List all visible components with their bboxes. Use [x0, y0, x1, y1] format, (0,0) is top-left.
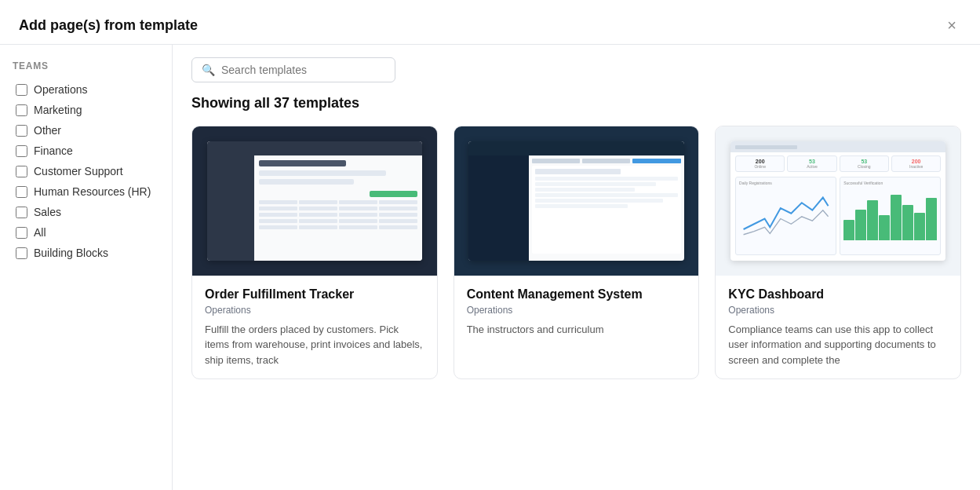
template-card-order-fulfillment[interactable]: Order Fulfillment Tracker Operations Ful… [191, 126, 438, 379]
sidebar-item-label-all: All [34, 226, 46, 239]
sidebar-item-other[interactable]: Other [13, 120, 159, 141]
search-bar-wrapper: 🔍 [191, 57, 961, 82]
sidebar-item-finance[interactable]: Finance [13, 141, 159, 161]
sidebar-item-label-operations: Operations [34, 83, 87, 96]
search-bar[interactable]: 🔍 [191, 57, 395, 82]
checkbox-finance[interactable] [16, 145, 27, 157]
sidebar-item-customer-support[interactable]: Customer Support [13, 161, 159, 181]
sidebar-item-sales[interactable]: Sales [13, 202, 159, 222]
sidebar-item-label-finance: Finance [34, 144, 73, 157]
template-desc-3: Compliance teams can use this app to col… [728, 322, 948, 368]
template-card-kyc[interactable]: 200 Online 53 Active 53 Closing [715, 126, 961, 379]
showing-label: Showing all 37 templates [191, 95, 961, 112]
template-category-1: Operations [205, 305, 424, 316]
sidebar-item-operations[interactable]: Operations [13, 79, 159, 100]
checkbox-operations[interactable] [16, 84, 27, 96]
template-desc-2: The instructors and curriculum [467, 322, 687, 338]
template-desc-1: Fulfill the orders placed by customers. … [205, 322, 424, 368]
preview-screen-1 [207, 141, 422, 261]
template-category-3: Operations [728, 305, 948, 316]
modal-body: Teams OperationsMarketingOtherFinanceCus… [0, 45, 980, 490]
modal-title: Add page(s) from template [19, 17, 198, 34]
main-content: 🔍 Showing all 37 templates [173, 45, 980, 490]
template-preview-cms [454, 126, 699, 276]
template-name-3: KYC Dashboard [728, 287, 948, 303]
template-preview-kyc: 200 Online 53 Active 53 Closing [716, 126, 960, 276]
sidebar-item-label-marketing: Marketing [34, 104, 82, 116]
sidebar-item-building-blocks[interactable]: Building Blocks [13, 243, 159, 263]
search-input[interactable] [221, 64, 385, 76]
template-name-1: Order Fulfillment Tracker [205, 287, 424, 303]
checkbox-sales[interactable] [16, 207, 27, 218]
sidebar-item-label-other: Other [34, 124, 61, 137]
sidebar-item-marketing[interactable]: Marketing [13, 100, 159, 120]
preview-screen-2 [468, 141, 683, 261]
sidebar: Teams OperationsMarketingOtherFinanceCus… [0, 45, 173, 490]
checkbox-all[interactable] [16, 227, 27, 239]
checkbox-building-blocks[interactable] [16, 247, 27, 259]
preview-screen-3: 200 Online 53 Active 53 Closing [730, 141, 945, 261]
sidebar-item-label-sales: Sales [34, 206, 61, 218]
sidebar-item-label-customer-support: Customer Support [34, 165, 123, 177]
sidebar-item-all[interactable]: All [13, 222, 159, 243]
sidebar-item-label-building-blocks: Building Blocks [34, 247, 108, 259]
sidebar-item-label-human-resources: Human Resources (HR) [34, 185, 151, 198]
template-card-cms[interactable]: Content Management System Operations The… [454, 126, 700, 379]
template-info-2: Content Management System Operations The… [454, 276, 699, 348]
template-preview-order-fulfillment [192, 126, 437, 276]
template-info-1: Order Fulfillment Tracker Operations Ful… [192, 276, 437, 378]
modal: Add page(s) from template × Teams Operat… [0, 0, 980, 490]
checkbox-human-resources[interactable] [16, 186, 27, 198]
checkbox-customer-support[interactable] [16, 166, 27, 177]
sidebar-item-human-resources[interactable]: Human Resources (HR) [13, 181, 159, 202]
search-icon: 🔍 [202, 64, 215, 76]
checkbox-other[interactable] [16, 125, 27, 137]
template-category-2: Operations [467, 305, 687, 316]
template-name-2: Content Management System [467, 287, 687, 303]
checkbox-marketing[interactable] [16, 104, 27, 116]
templates-grid: Order Fulfillment Tracker Operations Ful… [191, 126, 961, 379]
sidebar-section-title: Teams [13, 60, 159, 71]
modal-header: Add page(s) from template × [0, 0, 980, 45]
template-info-3: KYC Dashboard Operations Compliance team… [716, 276, 960, 378]
close-button[interactable]: × [942, 16, 961, 35]
